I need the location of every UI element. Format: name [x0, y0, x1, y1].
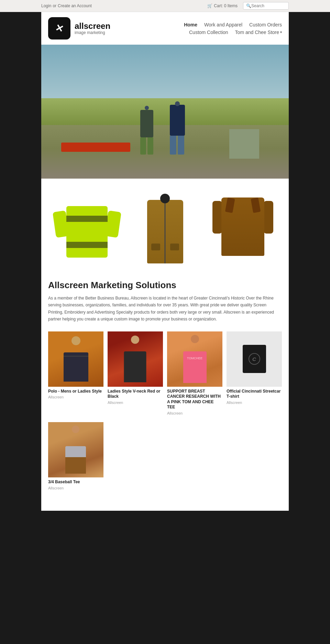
product-brand-streetcar: Allscreen	[227, 400, 282, 405]
nav-custom-collection[interactable]: Custom Collection	[189, 30, 228, 35]
product-card-baseball[interactable]: 3/4 Baseball Tee Allscreen	[48, 422, 103, 490]
about-title: Allscreen Marketing Solutions	[48, 280, 282, 291]
search-area[interactable]: 🔍	[243, 2, 289, 10]
cart-area[interactable]: 🛒 Cart: 0 Items	[207, 3, 238, 8]
product-title-breast-cancer: SUPPORT BREAST CANCER RESEARCH WITH A PI…	[167, 389, 222, 410]
hero-section	[41, 45, 289, 179]
product-brand-polo: Allscreen	[48, 395, 103, 399]
login-area: Login or Create an Account	[41, 3, 92, 8]
product-grid-row2: 3/4 Baseball Tee Allscreen	[41, 422, 289, 500]
product-title-polo: Polo - Mens or Ladies Style	[48, 389, 103, 394]
about-body: As a member of the Better Business Burea…	[48, 295, 282, 323]
product-card-ladies[interactable]: Ladies Style V-neck Red or Black Allscre…	[108, 331, 163, 415]
cart-label: Cart: 0 Items	[214, 3, 238, 8]
brown-vest-display	[130, 189, 201, 264]
logo-name: allscreen	[75, 22, 110, 30]
cart-icon: 🛒	[207, 3, 212, 8]
chevron-down-icon: ▾	[280, 30, 282, 34]
about-section: Allscreen Marketing Solutions As a membe…	[41, 271, 289, 328]
logo-text-area: allscreen image marketing	[75, 22, 110, 35]
nav-work-apparel[interactable]: Work and Apparel	[204, 22, 242, 27]
nav-home[interactable]: Home	[184, 22, 197, 27]
apparel-banner	[41, 179, 289, 271]
product-brand-baseball: Allscreen	[48, 486, 103, 490]
product-image-breast-cancer: TOMCHEE	[167, 331, 222, 387]
site-header: ✕ allscreen image marketing Home Work an…	[41, 12, 289, 45]
product-image-streetcar: C	[227, 331, 282, 387]
nav-tom-chee[interactable]: Tom and Chee Store ▾	[235, 30, 282, 35]
logo-icon: ✕	[54, 22, 65, 35]
product-title-ladies: Ladies Style V-neck Red or Black	[108, 389, 163, 399]
product-brand-ladies: Allscreen	[108, 400, 163, 405]
product-card-polo[interactable]: Polo - Mens or Ladies Style Allscreen	[48, 331, 103, 415]
search-input[interactable]	[251, 3, 286, 8]
logo-icon-box: ✕	[48, 17, 70, 39]
product-grid-row1: Polo - Mens or Ladies Style Allscreen La…	[41, 328, 289, 422]
product-title-baseball: 3/4 Baseball Tee	[48, 479, 103, 485]
login-link[interactable]: Login	[41, 3, 51, 8]
search-icon: 🔍	[246, 3, 251, 8]
product-image-baseball	[48, 422, 103, 477]
nav-custom-orders[interactable]: Custom Orders	[249, 22, 282, 27]
product-image-polo	[48, 331, 103, 387]
logo-area: ✕ allscreen image marketing	[48, 17, 110, 39]
product-card-breast-cancer[interactable]: TOMCHEE SUPPORT BREAST CANCER RESEARCH W…	[167, 331, 222, 415]
main-nav: Home Work and Apparel Custom Orders Cust…	[184, 22, 282, 35]
logo-sub: image marketing	[75, 30, 110, 35]
create-account-link[interactable]: Create an Account	[58, 3, 92, 8]
product-title-streetcar: Official Cincinnati Streetcar T-shirt	[227, 389, 282, 399]
product-image-ladies	[108, 331, 163, 387]
product-card-streetcar[interactable]: C Official Cincinnati Streetcar T-shirt …	[227, 331, 282, 415]
brown-jacket-display	[207, 189, 278, 264]
product-brand-breast-cancer: Allscreen	[167, 411, 222, 415]
hivis-shirt-display	[52, 189, 123, 264]
or-label: or	[53, 3, 56, 8]
